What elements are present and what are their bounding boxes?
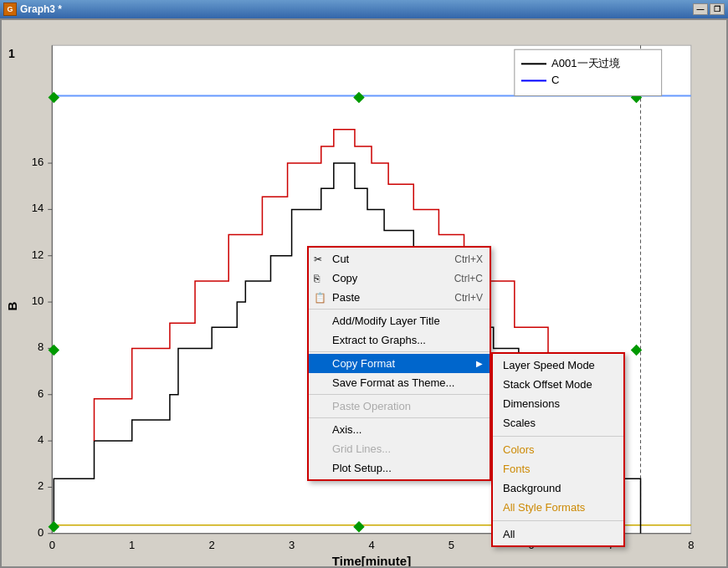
separator-3 (309, 394, 490, 395)
svg-text:2: 2 (209, 539, 215, 551)
svg-text:12: 12 (32, 248, 44, 261)
svg-text:8: 8 (688, 539, 694, 551)
svg-text:16: 16 (32, 156, 44, 168)
svg-text:6: 6 (38, 387, 44, 400)
title-bar: G Graph3 * — ❐ (0, 0, 728, 18)
colors-item[interactable]: Colors (493, 440, 623, 459)
svg-text:5: 5 (449, 539, 454, 551)
main-window: 0 2 4 6 8 10 12 14 16 0 1 2 3 4 5 6 7 8 … (0, 18, 728, 568)
submenu-arrow: ▶ (476, 359, 483, 368)
context-menu: ✂ Cut Ctrl+X ⎘ Copy Ctrl+C 📋 Paste Ctrl+… (307, 246, 491, 481)
svg-text:Time[minute]: Time[minute] (332, 554, 411, 566)
minimize-button[interactable]: — (693, 3, 708, 15)
paste-icon: 📋 (314, 292, 326, 304)
scales-item[interactable]: Scales (493, 413, 623, 432)
grid-lines-item: Grid Lines... (309, 439, 490, 458)
save-format-as-theme-item[interactable]: Save Format as Theme... (309, 373, 490, 392)
submenu-sep-1 (493, 436, 623, 437)
window-title: Graph3 * (20, 3, 62, 15)
svg-text:C: C (551, 74, 559, 86)
paste-operation-item: Paste Operation (309, 397, 490, 416)
dimensions-item[interactable]: Dimensions (493, 394, 623, 413)
extract-to-graphs-item[interactable]: Extract to Graphs... (309, 330, 490, 350)
svg-text:2: 2 (38, 479, 44, 492)
svg-text:0: 0 (38, 526, 44, 539)
svg-text:4: 4 (38, 433, 44, 446)
separator-1 (309, 309, 490, 310)
copy-icon: ⎘ (314, 273, 320, 284)
cut-menu-item[interactable]: ✂ Cut Ctrl+X (309, 249, 490, 269)
svg-text:A001一天过境: A001一天过境 (551, 57, 620, 69)
restore-button[interactable]: ❐ (710, 3, 725, 15)
svg-text:0: 0 (49, 539, 55, 551)
layer-speed-mode-item[interactable]: Layer Speed Mode (493, 356, 623, 375)
svg-text:8: 8 (38, 340, 44, 353)
cut-icon: ✂ (314, 253, 322, 265)
svg-text:10: 10 (32, 294, 44, 307)
copy-menu-item[interactable]: ⎘ Copy Ctrl+C (309, 269, 490, 288)
all-item[interactable]: All (493, 525, 623, 544)
svg-text:1: 1 (129, 539, 135, 551)
svg-text:3: 3 (289, 539, 295, 551)
svg-text:4: 4 (368, 539, 374, 551)
axis-item[interactable]: Axis... (309, 420, 490, 439)
window-controls: — ❐ (693, 3, 725, 15)
background-item[interactable]: Background (493, 478, 623, 498)
separator-4 (309, 417, 490, 418)
copy-format-item[interactable]: Copy Format ▶ Layer Speed Mode Stack Off… (309, 354, 490, 373)
svg-text:B: B (5, 302, 19, 311)
svg-text:14: 14 (32, 202, 44, 214)
paste-menu-item[interactable]: 📋 Paste Ctrl+V (309, 288, 490, 307)
separator-2 (309, 351, 490, 352)
svg-text:1: 1 (8, 47, 15, 60)
plot-setup-item[interactable]: Plot Setup... (309, 458, 490, 478)
app-icon: G (3, 3, 17, 16)
fonts-item[interactable]: Fonts (493, 459, 623, 478)
stack-offset-mode-item[interactable]: Stack Offset Mode (493, 375, 623, 394)
copy-format-submenu: Layer Speed Mode Stack Offset Mode Dimen… (491, 352, 625, 547)
all-style-formats-item[interactable]: All Style Formats (493, 498, 623, 517)
submenu-sep-2 (493, 520, 623, 521)
add-modify-layer-title-item[interactable]: Add/Modify Layer Title (309, 311, 490, 330)
